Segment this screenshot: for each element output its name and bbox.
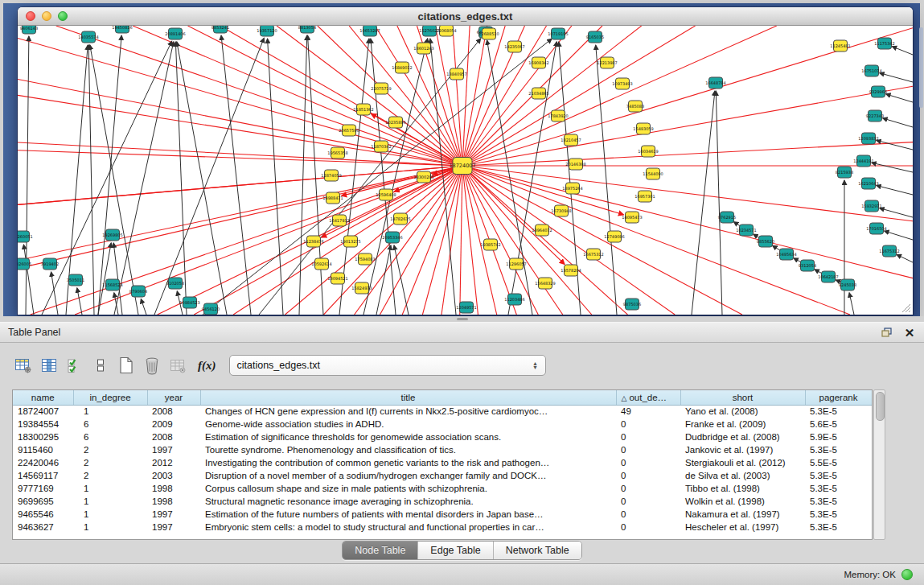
- graph-node[interactable]: 17016504: [866, 223, 886, 234]
- table-cell[interactable]: 0: [616, 469, 680, 482]
- graph-node[interactable]: 11238476: [303, 236, 323, 247]
- table-row[interactable]: 1830029562008Estimation of significance …: [13, 431, 872, 443]
- column-header-in_degree[interactable]: in_degree: [73, 390, 147, 405]
- table-cell[interactable]: 1: [73, 508, 147, 521]
- graph-node[interactable]: 13964072: [532, 225, 552, 236]
- table-cell[interactable]: 0: [616, 418, 680, 431]
- column-header-year[interactable]: year: [147, 390, 200, 405]
- graph-node[interactable]: 18601243: [413, 43, 433, 54]
- graph-node[interactable]: 11870342: [371, 141, 391, 152]
- table-select-dropdown[interactable]: citations_edges.txt ▲▼: [229, 355, 546, 376]
- table-cell[interactable]: 9463627: [13, 521, 73, 534]
- table-cell[interactable]: Nakamura et al. (1997): [680, 508, 805, 521]
- table-cell[interactable]: Investigating the contribution of common…: [200, 456, 616, 469]
- network-view-window[interactable]: citations_edges.txt 94061431403557419450…: [18, 7, 913, 315]
- row-height-button[interactable]: [88, 353, 113, 377]
- table-cell[interactable]: 5.9E-5: [805, 431, 872, 443]
- table-cell[interactable]: Embryonic stem cells: a model to study s…: [200, 521, 616, 534]
- table-cell[interactable]: 49: [616, 405, 680, 418]
- citation-network-graph[interactable]: 9406143140355741945081620891406985324119…: [18, 26, 913, 315]
- column-header-pagerank[interactable]: pagerank: [805, 390, 872, 405]
- graph-node[interactable]: 9227343: [866, 110, 884, 122]
- table-row[interactable]: 946554611997Estimation of the future num…: [13, 508, 872, 521]
- graph-node[interactable]: 13094521: [327, 273, 347, 284]
- table-cell[interactable]: 0: [616, 456, 680, 469]
- graph-node[interactable]: 15648329: [535, 278, 555, 289]
- graph-node[interactable]: 10235896: [385, 117, 405, 128]
- table-cell[interactable]: 1: [73, 521, 147, 534]
- table-row[interactable]: 2242004622012Investigating the contribut…: [13, 456, 872, 469]
- table-cell[interactable]: 0: [616, 521, 680, 534]
- float-panel-button[interactable]: [879, 325, 895, 340]
- table-cell[interactable]: 9777169: [13, 482, 73, 495]
- graph-node[interactable]: 17843920: [548, 110, 568, 122]
- table-cell[interactable]: 0: [616, 443, 680, 456]
- graph-node[interactable]: 16957301: [634, 191, 655, 202]
- graph-node[interactable]: 9875036: [623, 299, 641, 310]
- table-cell[interactable]: 1997: [147, 521, 200, 534]
- table-row[interactable]: 1456911722003Disruption of a novel membe…: [13, 469, 872, 482]
- graph-node[interactable]: 13578204: [561, 265, 581, 276]
- graph-node[interactable]: 14988471: [322, 192, 343, 204]
- graph-node[interactable]: 14035574: [78, 31, 98, 43]
- graph-node[interactable]: 21034865: [528, 88, 548, 99]
- graph-node[interactable]: 14782635: [390, 213, 410, 225]
- table-cell[interactable]: Estimation of the future numbers of pati…: [200, 508, 616, 521]
- graph-node[interactable]: 16675312: [583, 249, 603, 260]
- column-header-short[interactable]: short: [680, 390, 805, 405]
- graph-node[interactable]: 11203486: [504, 294, 524, 305]
- graph-node[interactable]: 11544090: [643, 168, 663, 179]
- table-cell[interactable]: 5.6E-5: [805, 418, 872, 431]
- graph-node[interactable]: 17594083: [355, 253, 375, 265]
- graph-node[interactable]: 12749086: [604, 231, 624, 242]
- table-cell[interactable]: 9115460: [13, 443, 73, 456]
- graph-node[interactable]: 9855620: [757, 236, 774, 247]
- graph-node[interactable]: 12093832: [858, 133, 878, 144]
- table-cell[interactable]: 5.3E-5: [805, 405, 872, 418]
- table-cell[interactable]: 5.3E-5: [805, 482, 872, 495]
- graph-node[interactable]: 22075719: [371, 83, 391, 94]
- table-cell[interactable]: 1997: [147, 508, 200, 521]
- table-cell[interactable]: 2009: [147, 418, 200, 431]
- tab-edge-table[interactable]: Edge Table: [417, 542, 492, 559]
- table-cell[interactable]: Franke et al. (2009): [680, 418, 805, 431]
- graph-node[interactable]: 16648784: [705, 77, 725, 89]
- table-cell[interactable]: Tourette syndrome. Phenomenology and cla…: [200, 443, 616, 456]
- table-cell[interactable]: 5.3E-5: [805, 469, 872, 482]
- table-cell[interactable]: de Silva et al. (2003): [680, 469, 805, 482]
- graph-node[interactable]: 16210643: [858, 178, 878, 189]
- table-cell[interactable]: Stergiakouli et al. (2012): [680, 456, 805, 469]
- close-window-button[interactable]: [26, 11, 35, 21]
- graph-node[interactable]: 12213987: [597, 57, 617, 68]
- graph-node[interactable]: 12049571: [456, 302, 476, 313]
- graph-node[interactable]: 18300295: [413, 171, 433, 183]
- graph-node[interactable]: 13840957: [446, 68, 466, 80]
- memory-status-indicator[interactable]: [901, 569, 913, 580]
- table-scrollbar-thumb[interactable]: [876, 392, 885, 421]
- graph-node[interactable]: 12874059: [321, 170, 341, 181]
- graph-node[interactable]: 9456120: [202, 303, 220, 315]
- graph-node[interactable]: 19269805: [102, 229, 122, 241]
- column-management-button[interactable]: [37, 353, 61, 377]
- table-cell[interactable]: Jankovic et al. (1997): [680, 443, 805, 456]
- graph-node[interactable]: 11175342: [874, 38, 894, 49]
- delete-table-button[interactable]: [140, 353, 164, 377]
- table-cell[interactable]: 0: [616, 508, 680, 521]
- graph-node[interactable]: 10984523: [179, 297, 199, 308]
- graph-node[interactable]: 16751074: [861, 65, 881, 76]
- graph-node[interactable]: 11245481: [830, 40, 850, 51]
- graph-node[interactable]: 21851362: [353, 104, 373, 115]
- table-cell[interactable]: 5.3E-5: [805, 508, 872, 521]
- graph-node[interactable]: 8215938: [836, 167, 853, 178]
- table-cell[interactable]: Genome-wide association studies in ADHD.: [200, 418, 616, 431]
- table-cell[interactable]: 2008: [147, 431, 200, 443]
- table-cell[interactable]: 1: [73, 495, 147, 508]
- graph-node[interactable]: 15932971: [861, 200, 881, 212]
- table-scrollbar[interactable]: [873, 389, 885, 540]
- table-cell[interactable]: 2012: [147, 456, 200, 469]
- table-cell[interactable]: 1998: [147, 495, 200, 508]
- graph-node[interactable]: 10592614: [311, 258, 331, 270]
- function-builder-button[interactable]: f(x): [198, 359, 216, 373]
- table-cell[interactable]: 1997: [147, 443, 200, 456]
- graph-node[interactable]: 19565358: [327, 147, 347, 159]
